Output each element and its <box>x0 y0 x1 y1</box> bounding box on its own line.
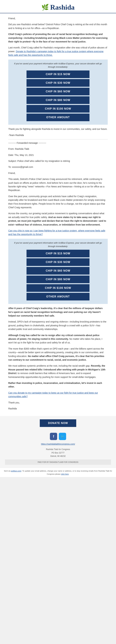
main-content: Friend, Did you see Rashida's email belo… <box>0 13 116 416</box>
para3-link[interactable]: Donate to Rashida's campaign today to fi… <box>8 50 104 56</box>
after-buttons-para4: The more than $300 million that's spent … <box>8 347 108 362</box>
chip-80-btn-2[interactable]: CHIP IN $80 NOW <box>26 276 90 283</box>
fwd-donation-link[interactable]: Can you chip in now so I can keep fighti… <box>8 229 105 236</box>
forwarded-divider: ---------- Forwarded message ---------- <box>8 141 108 145</box>
after-buttons-link-para: Can you donate to my campaign today to k… <box>8 391 108 398</box>
footer-address-line2: PO Box 32777 <box>5 451 111 454</box>
final-thanks: Thank you, <box>8 401 108 404</box>
after-buttons-para1: After 8 years of Chief Craig's leadershi… <box>8 306 108 318</box>
twitter-icon: 🐦 <box>61 434 64 438</box>
unsubscribe-link[interactable]: click here <box>61 473 68 475</box>
forwarded-date: Date: Thu, May 13, 2021 <box>8 153 108 157</box>
paid-for-text: PAID FOR BY RASHIDA TLAIB FOR CONGRESS <box>38 461 78 463</box>
twitter-button[interactable]: 🐦 <box>59 433 66 440</box>
logo-text: Rashida <box>50 3 74 11</box>
facebook-icon: f <box>53 434 54 438</box>
other-amount-btn-2[interactable]: OTHER AMOUNT <box>26 293 90 300</box>
chip-30-btn-2[interactable]: CHIP IN $30 NOW <box>26 258 90 266</box>
divider-1 <box>8 139 108 140</box>
after-buttons-para6-bold: Rather than investing in police, incarce… <box>8 382 102 388</box>
fwd-greeting: Friend, <box>8 171 108 175</box>
para2-bold: Chief Craig's policies of promoting the … <box>8 32 108 44</box>
footer-address-line1: Rashida Tlaib for Congress <box>5 448 111 451</box>
bottom-links: Sent via actblue.com/. To update your em… <box>0 468 116 477</box>
social-icons-container: f 🐦 <box>5 433 111 440</box>
other-amount-btn-1[interactable]: OTHER AMOUNT <box>26 114 90 121</box>
after-buttons-para1-bold: After 8 years of Chief Craig's leadershi… <box>8 307 102 317</box>
para1: Did you see Rashida's email below? Detro… <box>8 22 108 30</box>
chip-100-btn-1[interactable]: CHIP IN $100 NOW <box>26 105 90 112</box>
chip-60-btn-2[interactable]: CHIP IN $60 NOW <box>26 267 90 274</box>
fwd-para3: Across the country, our growing racial j… <box>8 212 108 226</box>
fwd-donation-intro: If you've saved your payment information… <box>12 241 104 248</box>
footer-address: Rashida Tlaib for Congress PO Box 32777 … <box>5 448 111 458</box>
forwarded-subject: Subject: Police chief who called for my … <box>8 159 108 163</box>
footer-address-line3: Detroit, MI 48232 <box>5 454 111 458</box>
fwd-para1: This week, Detroit's Police Chief James … <box>8 177 108 192</box>
fwd-para2: Over the past year, community groups and… <box>8 194 108 210</box>
chip-60-btn-1[interactable]: CHIP IN $60 NOW <box>26 88 90 95</box>
bottom-text1: Sent via <box>4 470 11 472</box>
chip-80-btn-1[interactable]: CHIP IN $80 NOW <box>26 96 90 104</box>
footer-section: DONATE NOW f 🐦 https://rashidatlaibforco… <box>0 416 116 468</box>
bottom-text3: . <box>69 473 69 475</box>
actblue-link[interactable]: actblue.com/ <box>11 470 22 472</box>
final-name: Rashida <box>8 407 108 410</box>
after-buttons-para5: We must address systemic problems at the… <box>8 364 108 379</box>
sign-off: -Team Rashida <box>8 133 108 137</box>
after-buttons-para3: Although Craig has called for me to resi… <box>8 334 108 344</box>
para3: Last month, Chief Craig called for Rashi… <box>8 46 108 57</box>
facebook-button[interactable]: f <box>50 433 57 440</box>
chip-15-btn-1[interactable]: CHIP IN $15 NOW <box>26 70 90 78</box>
donation-intro: If you've saved your payment information… <box>12 62 104 69</box>
chip-30-btn-1[interactable]: CHIP IN $30 NOW <box>26 79 90 87</box>
chip-15-btn-2[interactable]: CHIP IN $15 NOW <box>26 250 90 257</box>
final-donation-link[interactable]: Can you donate to my campaign today to k… <box>8 392 98 398</box>
first-donation-section: If you've saved your payment information… <box>8 60 108 125</box>
donate-now-button[interactable]: DONATE NOW <box>40 419 76 427</box>
website-link[interactable]: https://rashidatlaibforcongress.com/ <box>41 443 75 445</box>
after-buttons-para5-intro: We must address systemic problems at the… <box>8 364 90 367</box>
forwarded-from: From: Rashida Tlaib <box>8 147 108 151</box>
paid-for-notice: PAID FOR BY RASHIDA TLAIB FOR CONGRESS <box>5 460 111 465</box>
forwarded-header: ---------- Forwarded message ---------- … <box>8 141 108 169</box>
fwd-link-para: Can you chip in now so I can keep fighti… <box>8 229 108 236</box>
after-buttons-para6: Rather than investing in police, incarce… <box>8 381 108 389</box>
after-buttons-para5-rest: to remove credit barriers that millions … <box>8 372 96 378</box>
forwarded-to: To: xxxxxxx@gmail.com <box>8 165 108 169</box>
greeting: Friend, <box>8 16 108 20</box>
leaf-icon: 🌿 <box>42 4 49 11</box>
thank-you: Thank you for fighting alongside Rashida… <box>8 127 108 131</box>
email-header: 🌿 Rashida <box>0 0 116 13</box>
second-donation-section: If you've saved your payment information… <box>8 239 108 304</box>
logo-container: 🌿 Rashida <box>2 3 114 11</box>
chip-100-btn-2[interactable]: CHIP IN $100 NOW <box>26 284 90 292</box>
after-buttons-para2: Instead, DPD's lack of transparency and … <box>8 320 108 331</box>
